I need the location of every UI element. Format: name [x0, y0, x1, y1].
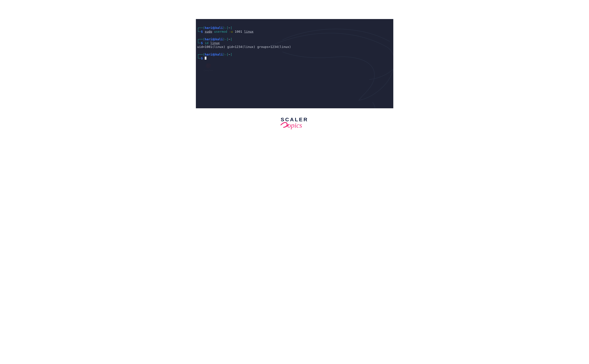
output-id-line: uid=1001(linux) gid=1234(linux) groups=1… — [197, 45, 291, 49]
cmd-flag-u: -u — [229, 30, 233, 33]
skull-icon: ㉿ — [212, 52, 215, 56]
terminal-cursor[interactable] — [205, 57, 207, 60]
cmd-target-user-1: linux — [244, 30, 254, 33]
terminal-output: ┌──(hari㉿kali)-[~] └─$ sudo usermod -u 1… — [196, 19, 393, 62]
prompt-line-3-top: ┌──(hari㉿kali)-[~] — [197, 52, 232, 56]
prompt-line-1-cmd: └─$ sudo usermod -u 1001 linux — [197, 30, 254, 33]
skull-icon: ㉿ — [212, 26, 215, 30]
svg-text:opics: opics — [288, 121, 302, 129]
cherry-icon — [206, 63, 211, 68]
prompt-line-3-cmd[interactable]: └─$ — [197, 56, 207, 60]
prompt-line-1-top: ┌──(hari㉿kali)-[~] — [197, 26, 232, 30]
prompt-line-2-cmd: └─$ id linux — [197, 41, 220, 45]
desktop-icon-cherrytree: CherryTree — [203, 63, 214, 72]
cmd-uid: 1001 — [235, 30, 242, 33]
cmd-usermod: usermod — [214, 30, 227, 33]
cmd-id: id — [205, 41, 208, 45]
terminal-window[interactable]: CherryTree ┌──(hari㉿kali)-[~] └─$ sudo u… — [196, 19, 393, 108]
desktop-icon-label: CherryTree — [203, 69, 214, 72]
watermark-topics: opics — [280, 121, 309, 131]
cmd-sudo: sudo — [205, 30, 212, 33]
scaler-topics-watermark: SCALER opics — [280, 117, 309, 131]
prompt-line-2-top: ┌──(hari㉿kali)-[~] — [197, 37, 232, 41]
skull-icon: ㉿ — [212, 37, 215, 41]
page-container: CherryTree ┌──(hari㉿kali)-[~] └─$ sudo u… — [173, 0, 416, 150]
cmd-target-user-2: linux — [210, 41, 220, 45]
